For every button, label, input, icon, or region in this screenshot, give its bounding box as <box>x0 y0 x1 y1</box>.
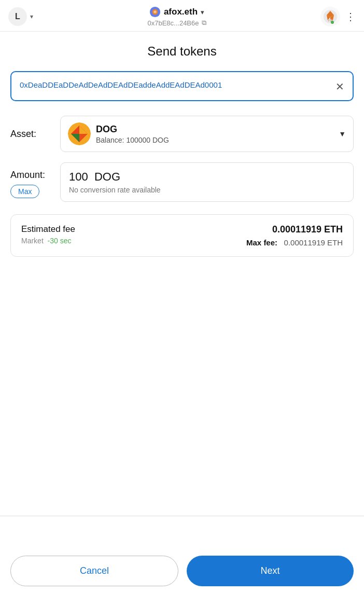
account-name: afox.eth <box>164 7 198 17</box>
clear-address-icon[interactable]: ✕ <box>335 80 344 93</box>
svg-point-10 <box>331 21 334 24</box>
amount-label: Amount: <box>10 170 52 181</box>
account-avatar: L <box>8 7 27 26</box>
account-name-dropdown-icon[interactable]: ▾ <box>201 8 204 16</box>
header-actions: ⋮ <box>320 7 356 26</box>
fee-left: Estimated fee Market -30 sec <box>21 224 75 245</box>
account-dropdown-icon: ▾ <box>30 13 33 20</box>
app-header: L ▾ afox.eth ▾ 0x7bE8c...24B6e ⧉ <box>0 0 364 32</box>
max-fee-row: Max fee: 0.00011919 ETH <box>246 238 343 247</box>
amount-value: 100 DOG <box>69 170 345 184</box>
fee-right: 0.00011919 ETH Max fee: 0.00011919 ETH <box>246 224 343 247</box>
more-options-icon[interactable]: ⋮ <box>345 10 356 23</box>
cancel-button[interactable]: Cancel <box>10 556 178 586</box>
account-address-text: 0x7bE8c...24B6e <box>147 19 199 27</box>
page-content: Send tokens 0xDeaDDEaDDeAdDeAdDEAdDEadde… <box>0 32 364 257</box>
asset-label: Asset: <box>10 129 52 140</box>
max-fee-label: Max fee: <box>246 238 277 247</box>
amount-input-box[interactable]: 100 DOG No conversion rate available <box>60 162 354 202</box>
fee-timing-suffix: -30 sec <box>48 237 72 245</box>
fee-row: Estimated fee Market -30 sec 0.00011919 … <box>21 224 343 247</box>
copy-address-icon[interactable]: ⧉ <box>202 19 206 27</box>
eth-globe-icon <box>149 6 161 18</box>
fee-amount: 0.00011919 ETH <box>246 224 343 235</box>
fee-timing: Market -30 sec <box>21 237 75 245</box>
metamask-logo-icon <box>320 7 340 26</box>
bottom-divider <box>0 516 364 516</box>
asset-balance: Balance: 100000 DOG <box>96 136 333 144</box>
asset-info: DOG Balance: 100000 DOG <box>96 124 333 144</box>
asset-dropdown-icon: ▼ <box>339 130 346 138</box>
asset-name: DOG <box>96 124 333 135</box>
fee-label: Estimated fee <box>21 224 75 234</box>
dog-token-icon <box>68 122 91 145</box>
amount-label-col: Amount: Max <box>10 162 52 198</box>
fee-box: Estimated fee Market -30 sec 0.00011919 … <box>10 214 354 257</box>
conversion-text: No conversion rate available <box>69 186 345 194</box>
max-button[interactable]: Max <box>10 185 39 198</box>
account-selector[interactable]: L ▾ <box>8 7 33 26</box>
max-fee-value: 0.00011919 ETH <box>284 238 343 247</box>
recipient-address-input[interactable]: 0xDeaDDEaDDeAdDeAdDEAdDEaddeAddEAdDEAd00… <box>10 71 354 101</box>
asset-selector[interactable]: DOG Balance: 100000 DOG ▼ <box>60 116 354 152</box>
amount-row: Amount: Max 100 DOG No conversion rate a… <box>10 162 354 202</box>
recipient-address-text: 0xDeaDDEaDDeAdDeAdDEAdDEaddeAddEAdDEAd00… <box>20 79 330 91</box>
bottom-buttons: Cancel Next <box>0 543 364 607</box>
svg-point-2 <box>153 10 157 13</box>
next-button[interactable]: Next <box>187 556 354 586</box>
page-title: Send tokens <box>10 44 354 59</box>
asset-row: Asset: DOG Balance: 100000 DOG ▼ <box>10 116 354 152</box>
account-info: afox.eth ▾ 0x7bE8c...24B6e ⧉ <box>147 6 206 27</box>
